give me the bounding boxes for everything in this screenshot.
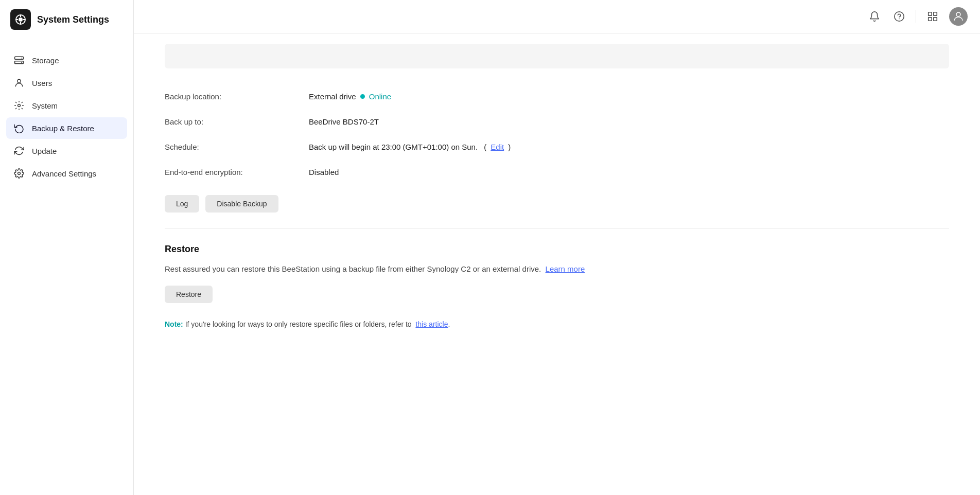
restore-note: Note: If you're looking for ways to only… [165,319,949,330]
restore-desc-text: Rest assured you can restore this BeeSta… [165,264,541,273]
grid-button[interactable] [924,8,941,25]
learn-more-link[interactable]: Learn more [546,264,585,273]
topbar-divider [916,10,916,23]
topbar [134,0,980,33]
online-indicator-dot [360,94,365,99]
svg-point-8 [21,58,22,59]
backup-location-text: External drive [309,92,356,101]
section-divider [165,228,949,228]
bell-button[interactable] [866,8,883,25]
users-icon [13,77,25,89]
backup-info-section: Backup location: External drive Online B… [134,84,980,228]
backup-location-row: Backup location: External drive Online [165,84,949,109]
note-period: . [448,320,450,328]
svg-rect-15 [929,12,932,15]
edit-schedule-link[interactable]: Edit [491,143,504,151]
restore-title: Restore [165,244,949,255]
avatar[interactable] [949,7,968,26]
advanced-icon [13,168,25,179]
svg-point-1 [19,17,23,22]
svg-rect-16 [934,12,937,15]
schedule-row: Schedule: Back up will begin at 23:00 (G… [165,134,949,160]
encryption-label: End-to-end encryption: [165,168,309,176]
svg-rect-6 [15,57,24,59]
svg-point-19 [956,12,960,16]
sidebar-item-users[interactable]: Users [6,72,127,94]
sidebar-item-system[interactable]: System [6,95,127,116]
status-bar [165,44,949,68]
note-text: If you're looking for ways to only resto… [185,320,412,328]
sidebar-nav: Storage Users System [0,39,133,195]
svg-point-11 [18,104,21,107]
svg-point-9 [21,62,22,63]
schedule-text: Back up will begin at 23:00 (GMT+01:00) … [309,143,478,151]
sidebar-item-backup-label: Backup & Restore [32,124,94,133]
restore-button[interactable]: Restore [165,286,213,303]
sidebar-item-advanced-label: Advanced Settings [32,169,96,178]
sidebar-item-users-label: Users [32,79,52,87]
svg-point-10 [18,79,21,83]
sidebar-item-system-label: System [32,101,58,110]
restore-section: Restore Rest assured you can restore thi… [134,244,980,330]
encryption-value: Disabled [309,168,339,176]
backup-to-label: Back up to: [165,117,309,126]
svg-rect-17 [929,17,932,21]
svg-point-13 [895,12,904,21]
note-label: Note: [165,320,183,328]
sidebar-item-advanced-settings[interactable]: Advanced Settings [6,163,127,184]
backup-icon [13,122,25,134]
svg-rect-18 [934,17,937,21]
backup-to-row: Back up to: BeeDrive BDS70-2T [165,109,949,134]
sidebar-header: System Settings [0,0,133,39]
sidebar-item-storage-label: Storage [32,56,59,65]
backup-location-label: Backup location: [165,92,309,101]
storage-icon [13,55,25,66]
sidebar-item-update-label: Update [32,147,57,155]
backup-location-value: External drive Online [309,92,391,101]
restore-description: Rest assured you can restore this BeeSta… [165,263,628,275]
log-button[interactable]: Log [165,195,199,213]
sidebar-item-backup-restore[interactable]: Backup & Restore [6,117,127,139]
backup-to-value: BeeDrive BDS70-2T [309,117,379,126]
sidebar: System Settings Storage [0,0,134,495]
help-button[interactable] [891,8,907,25]
svg-rect-7 [15,61,24,64]
schedule-value: Back up will begin at 23:00 (GMT+01:00) … [309,143,511,151]
sidebar-item-update[interactable]: Update [6,140,127,162]
restore-action-buttons: Restore [165,286,949,303]
this-article-link[interactable]: this article [415,320,448,328]
content-area: Backup location: External drive Online B… [134,33,980,495]
svg-point-12 [18,172,21,175]
encryption-row: End-to-end encryption: Disabled [165,160,949,185]
main-area: Backup location: External drive Online B… [134,0,980,495]
sidebar-item-storage[interactable]: Storage [6,49,127,71]
online-status-text: Online [369,92,391,101]
system-icon [13,100,25,111]
disable-backup-button[interactable]: Disable Backup [205,195,278,213]
backup-action-buttons: Log Disable Backup [165,195,949,213]
app-logo [10,9,31,30]
update-icon [13,145,25,156]
schedule-label: Schedule: [165,143,309,151]
app-title: System Settings [37,14,109,25]
